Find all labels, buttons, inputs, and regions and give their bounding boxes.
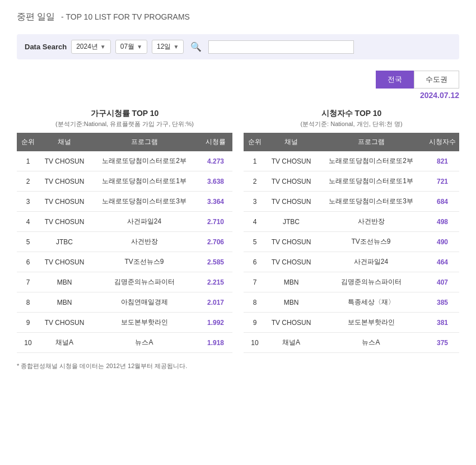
table-row: 8 MBN 특종세상〈재〉 385 xyxy=(244,292,459,313)
rating-cell: 2.710 xyxy=(199,212,232,232)
table-row: 10 채널A 뉴스A 375 xyxy=(244,333,459,353)
search-input[interactable] xyxy=(208,40,354,54)
program-cell: 노래로또당첨미스터로또2부 xyxy=(90,151,199,171)
channel-cell: TV CHOSUN xyxy=(266,171,316,192)
rank-cell: 9 xyxy=(244,313,266,333)
rank-cell: 5 xyxy=(244,232,266,252)
table-row: 3 TV CHOSUN 노래로또당첨미스터로또3부 3.364 xyxy=(17,192,232,212)
footnote: * 종합편성채널 시청을 데이터는 2012년 12월부터 제공됩니다. xyxy=(17,362,459,370)
left-col-channel: 채널 xyxy=(39,133,90,151)
right-table-section: 시청자수 TOP 10 (분석기준: National, 개인, 단위:천 명)… xyxy=(244,109,459,353)
table-row: 1 TV CHOSUN 노래로또당첨미스터로또2부 821 xyxy=(244,151,459,171)
viewers-cell: 381 xyxy=(426,313,459,333)
table-row: 8 MBN 아침연매일경제 2.017 xyxy=(17,292,232,313)
table-row: 2 TV CHOSUN 노래로또당첨미스터로또1부 721 xyxy=(244,171,459,192)
rank-cell: 2 xyxy=(17,171,39,192)
table-row: 9 TV CHOSUN 보도본부핫라인 381 xyxy=(244,313,459,333)
channel-cell: TV CHOSUN xyxy=(266,232,316,252)
rank-cell: 8 xyxy=(244,292,266,313)
right-col-channel: 채널 xyxy=(266,133,316,151)
program-cell: 김명준의뉴스파이터 xyxy=(316,272,426,292)
channel-cell: 채널A xyxy=(266,333,316,353)
table-row: 5 JTBC 사건반장 2.706 xyxy=(17,232,232,252)
table-row: 9 TV CHOSUN 보도본부핫라인 1.992 xyxy=(17,313,232,333)
program-cell: 사건반장 xyxy=(90,232,199,252)
rating-cell: 2.215 xyxy=(199,272,232,292)
day-dropdown-arrow: ▼ xyxy=(173,44,179,50)
program-cell: 노래로또당첨미스터로또1부 xyxy=(316,171,426,192)
year-value: 2024년 xyxy=(76,42,98,52)
rating-cell: 3.638 xyxy=(199,171,232,192)
rating-cell: 2.017 xyxy=(199,292,232,313)
viewers-cell: 721 xyxy=(426,171,459,192)
national-filter-button[interactable]: 전국 xyxy=(376,71,414,89)
left-table-body: 1 TV CHOSUN 노래로또당첨미스터로또2부 4.273 2 TV CHO… xyxy=(17,151,232,353)
table-row: 7 MBN 김명준의뉴스파이터 2.215 xyxy=(17,272,232,292)
year-dropdown[interactable]: 2024년 ▼ xyxy=(71,40,111,54)
rank-cell: 9 xyxy=(17,313,39,333)
rating-cell: 1.992 xyxy=(199,313,232,333)
program-cell: 김명준의뉴스파이터 xyxy=(90,272,199,292)
program-cell: 노래로또당첨미스터로또1부 xyxy=(90,171,199,192)
rating-cell: 4.273 xyxy=(199,151,232,171)
program-cell: TV조선뉴스9 xyxy=(316,232,426,252)
program-cell: 뉴스A xyxy=(316,333,426,353)
channel-cell: TV CHOSUN xyxy=(266,252,316,272)
date-display: 2024.07.12 xyxy=(17,91,459,100)
title-sub: - TOP 10 LIST FOR TV PROGRAMS xyxy=(61,12,190,21)
left-table-title: 가구시청률 TOP 10 xyxy=(17,109,232,119)
rank-cell: 7 xyxy=(244,272,266,292)
channel-cell: TV CHOSUN xyxy=(39,171,90,192)
month-value: 07월 xyxy=(120,42,134,52)
rank-cell: 3 xyxy=(17,192,39,212)
rank-cell: 5 xyxy=(17,232,39,252)
table-row: 7 MBN 김명준의뉴스파이터 407 xyxy=(244,272,459,292)
rank-cell: 3 xyxy=(244,192,266,212)
title-main: 중편 일일 xyxy=(17,12,55,21)
rank-cell: 1 xyxy=(244,151,266,171)
month-dropdown-arrow: ▼ xyxy=(137,44,142,50)
program-cell: 사건파일24 xyxy=(90,212,199,232)
viewers-cell: 490 xyxy=(426,232,459,252)
program-cell: 보도본부핫라인 xyxy=(90,313,199,333)
rating-cell: 2.706 xyxy=(199,232,232,252)
tables-container: 가구시청률 TOP 10 (분석기준:National, 유료플랫폼 가입 가구… xyxy=(17,109,459,353)
channel-cell: TV CHOSUN xyxy=(39,151,90,171)
program-cell: 노래로또당첨미스터로또3부 xyxy=(316,192,426,212)
metro-filter-button[interactable]: 수도권 xyxy=(414,71,459,89)
table-row: 5 TV CHOSUN TV조선뉴스9 490 xyxy=(244,232,459,252)
left-table-header-row: 순위 채널 프로그램 시청률 xyxy=(17,133,232,151)
right-table-title: 시청자수 TOP 10 xyxy=(244,109,459,119)
page-title: 중편 일일 - TOP 10 LIST FOR TV PROGRAMS xyxy=(17,11,459,23)
search-label: Data Search xyxy=(25,43,67,51)
viewers-cell: 385 xyxy=(426,292,459,313)
channel-cell: MBN xyxy=(266,292,316,313)
channel-cell: JTBC xyxy=(266,212,316,232)
channel-cell: TV CHOSUN xyxy=(39,212,90,232)
channel-cell: TV CHOSUN xyxy=(266,151,316,171)
rank-cell: 8 xyxy=(17,292,39,313)
program-cell: 노래로또당첨미스터로또3부 xyxy=(90,192,199,212)
channel-cell: TV CHOSUN xyxy=(39,192,90,212)
table-row: 4 TV CHOSUN 사건파일24 2.710 xyxy=(17,212,232,232)
viewers-cell: 821 xyxy=(426,151,459,171)
channel-cell: MBN xyxy=(39,292,90,313)
search-button[interactable]: 🔍 xyxy=(188,40,204,53)
right-table-subtitle: (분석기준: National, 개인, 단위:천 명) xyxy=(244,120,459,128)
right-col-viewers: 시청자수 xyxy=(426,133,459,151)
table-row: 10 채널A 뉴스A 1.918 xyxy=(17,333,232,353)
program-cell: 특종세상〈재〉 xyxy=(316,292,426,313)
rank-cell: 7 xyxy=(17,272,39,292)
channel-cell: TV CHOSUN xyxy=(39,313,90,333)
program-cell: 아침연매일경제 xyxy=(90,292,199,313)
rank-cell: 6 xyxy=(244,252,266,272)
program-cell: 사건파일24 xyxy=(316,252,426,272)
day-dropdown[interactable]: 12일 ▼ xyxy=(152,40,184,54)
table-row: 1 TV CHOSUN 노래로또당첨미스터로또2부 4.273 xyxy=(17,151,232,171)
program-cell: TV조선뉴스9 xyxy=(90,252,199,272)
right-col-rank: 순위 xyxy=(244,133,266,151)
channel-cell: MBN xyxy=(39,272,90,292)
rating-cell: 3.364 xyxy=(199,192,232,212)
month-dropdown[interactable]: 07월 ▼ xyxy=(115,40,147,54)
day-value: 12일 xyxy=(157,42,171,52)
